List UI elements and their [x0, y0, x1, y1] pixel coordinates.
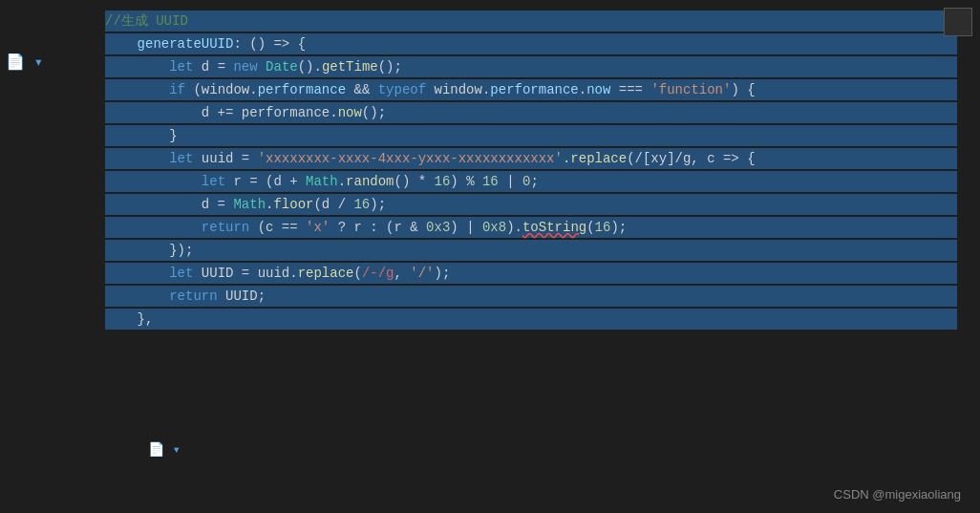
code-line-4: if (window.performance && typeof window.…	[105, 78, 961, 101]
code-line-11: });	[105, 239, 961, 262]
code-line-6: }	[105, 124, 961, 147]
editor-area: 📄 ▾ //生成 UUID generateUUID: () => { let …	[0, 0, 980, 513]
code-line-7: let uuid = 'xxxxxxxx-xxxx-4xxx-yxxx-xxxx…	[105, 147, 961, 170]
code-line-2: generateUUID: () => {	[105, 32, 961, 55]
minimap-box	[944, 8, 972, 36]
snippet-icon: 📄 ▾	[148, 441, 181, 458]
code-block: //生成 UUID generateUUID: () => { let d = …	[0, 10, 980, 331]
code-line-12: let UUID = uuid.replace(/-/g, '/');	[105, 262, 961, 285]
code-line-3: let d = new Date().getTime();	[105, 55, 961, 78]
code-line-13: return UUID;	[105, 285, 961, 308]
branding-label: CSDN @migexiaoliang	[834, 487, 961, 502]
document-icon: 📄 ▾	[6, 53, 43, 72]
code-line-10: return (c == 'x' ? r : (r & 0x3) | 0x8).…	[105, 216, 961, 239]
code-line-14: },	[105, 308, 961, 331]
code-line-5: d += performance.now();	[105, 101, 961, 124]
code-line-8: let r = (d + Math.random() * 16) % 16 | …	[105, 170, 961, 193]
code-line-1: //生成 UUID	[105, 10, 961, 32]
code-line-9: d = Math.floor(d / 16);	[105, 193, 961, 216]
